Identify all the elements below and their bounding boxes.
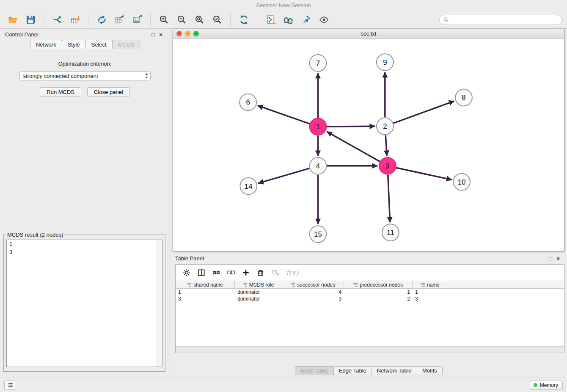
memory-label: Memory [540, 382, 558, 388]
column-sort-icon [243, 283, 247, 287]
table-row[interactable]: 3dominator323 [176, 295, 564, 302]
graph-node-4[interactable]: 4 [310, 157, 327, 174]
graph-node-14[interactable]: 14 [240, 178, 257, 195]
graph-node-1[interactable]: 1 [310, 118, 327, 135]
tab-style[interactable]: Style [62, 40, 86, 49]
window-title: Session: New Session [0, 0, 567, 11]
deselect-all-icon[interactable] [227, 268, 235, 277]
table-cell[interactable]: 2 [344, 295, 413, 302]
zoom-selected-button[interactable] [209, 13, 225, 27]
column-header-predecessor-nodes[interactable]: predecessor nodes [344, 281, 413, 288]
table-cell[interactable]: 3 [413, 295, 448, 302]
task-history-button[interactable] [4, 381, 16, 390]
graph-edge-3-11[interactable] [388, 175, 390, 223]
show-hide-button[interactable] [316, 13, 331, 27]
tab-mcds[interactable]: MCDS [112, 40, 140, 49]
import-table-button[interactable] [67, 13, 83, 27]
graph-edge-4-14[interactable] [258, 168, 309, 183]
graph-node-2[interactable]: 2 [377, 118, 394, 135]
minimize-window-icon[interactable]: − [185, 31, 190, 36]
column-header-successor-nodes[interactable]: successor nodes [282, 281, 344, 288]
import-network-button[interactable] [50, 13, 65, 27]
close-panel-button-inner[interactable]: Close panel [87, 87, 130, 97]
main-area: Control Panel □ × Network Style Select M… [0, 29, 567, 378]
table-scrollbar-strip[interactable] [176, 346, 564, 353]
graph-node-6[interactable]: 6 [239, 94, 256, 111]
close-panel-button[interactable]: × [157, 31, 165, 38]
graph-node-15[interactable]: 15 [310, 226, 327, 243]
graph-edge-1-2[interactable] [327, 126, 375, 127]
table-settings-gear-icon[interactable] [182, 268, 191, 277]
svg-text:7: 7 [316, 59, 320, 67]
result-item[interactable]: 3 [7, 248, 162, 256]
delete-table-icon [271, 268, 280, 277]
graph-node-9[interactable]: 9 [377, 54, 394, 71]
style-brush-button[interactable] [298, 13, 314, 27]
table-cell[interactable]: 3 [176, 295, 235, 302]
tab-select[interactable]: Select [85, 40, 113, 49]
tab-motifs[interactable]: Motifs [417, 366, 443, 375]
graph-node-8[interactable]: 8 [455, 89, 472, 106]
column-header-shared-name[interactable]: shared name [176, 281, 235, 288]
zoom-in-button[interactable] [156, 13, 171, 27]
result-item[interactable]: 1 [7, 240, 162, 248]
column-header-MCDS-role[interactable]: MCDS role [235, 281, 282, 288]
select-all-icon[interactable] [212, 268, 220, 277]
search-field[interactable] [439, 15, 562, 25]
export-network-button[interactable] [94, 13, 109, 27]
float-panel-button[interactable]: □ [149, 31, 157, 38]
float-table-panel-button[interactable]: □ [547, 255, 554, 262]
tab-network[interactable]: Network [30, 40, 62, 49]
graph-edge-1-6[interactable] [258, 105, 310, 124]
column-header-label: MCDS role [249, 282, 274, 288]
graph-node-3[interactable]: 3 [379, 157, 396, 174]
zoom-out-button[interactable] [174, 13, 189, 27]
table-cell[interactable]: 1 [344, 289, 413, 295]
table-cell[interactable]: 3 [282, 295, 344, 302]
network-document-button[interactable] [263, 13, 278, 27]
tab-network-table[interactable]: Network Table [372, 366, 417, 375]
function-builder-icon: f(x) [286, 268, 298, 277]
maximize-window-icon[interactable]: + [193, 31, 199, 36]
table-cell[interactable]: 1 [413, 289, 448, 295]
graph-edge-2-8[interactable] [393, 101, 454, 123]
criterion-select[interactable]: strongly connected component [19, 71, 151, 80]
graph-node-7[interactable]: 7 [310, 55, 327, 72]
run-mcds-button[interactable]: Run MCDS [40, 87, 81, 97]
export-image-button[interactable] [129, 13, 145, 27]
add-column-plus-icon[interactable] [242, 268, 250, 277]
zoom-in-icon [159, 14, 169, 25]
zoom-out-icon [176, 14, 187, 25]
graph-edge-3-10[interactable] [396, 168, 451, 179]
table-cell[interactable]: dominator [235, 289, 282, 295]
refresh-button[interactable] [236, 13, 251, 27]
tab-node-table[interactable]: Node Table [295, 366, 334, 375]
result-scrollbar[interactable] [156, 240, 162, 367]
table-cell[interactable]: 4 [282, 289, 344, 295]
graph-edge-2-3[interactable] [385, 135, 387, 156]
table-row[interactable]: 1dominator411 [176, 289, 564, 295]
network-graph[interactable]: 7968124314101511 [173, 39, 564, 251]
close-window-icon[interactable]: × [176, 31, 182, 36]
search-input[interactable] [451, 17, 558, 23]
mcds-result-list[interactable]: 1 3 [6, 240, 162, 367]
network-view-window: × − + scc.txt 7968124314101511 [173, 29, 564, 251]
table-cell[interactable]: dominator [235, 295, 282, 302]
delete-column-trash-icon[interactable] [256, 268, 265, 277]
save-session-button[interactable] [23, 13, 38, 27]
show-columns-icon[interactable] [197, 268, 206, 277]
network-canvas[interactable]: 7968124314101511 [173, 39, 564, 251]
tab-edge-table[interactable]: Edge Table [333, 366, 372, 375]
graph-node-10[interactable]: 10 [453, 174, 470, 190]
memory-button[interactable]: Memory [529, 381, 563, 390]
export-table-button[interactable] [112, 13, 127, 27]
table-cell[interactable]: 1 [176, 289, 235, 295]
home-button[interactable] [281, 13, 296, 27]
zoom-fit-button[interactable] [192, 13, 207, 27]
open-session-button[interactable] [5, 13, 20, 27]
graph-node-11[interactable]: 11 [382, 224, 399, 241]
column-header-name[interactable]: name [413, 281, 448, 288]
close-table-panel-button[interactable]: × [554, 255, 562, 262]
network-window-titlebar[interactable]: × − + scc.txt [173, 29, 564, 39]
graph-edge-3-1[interactable] [327, 132, 380, 162]
